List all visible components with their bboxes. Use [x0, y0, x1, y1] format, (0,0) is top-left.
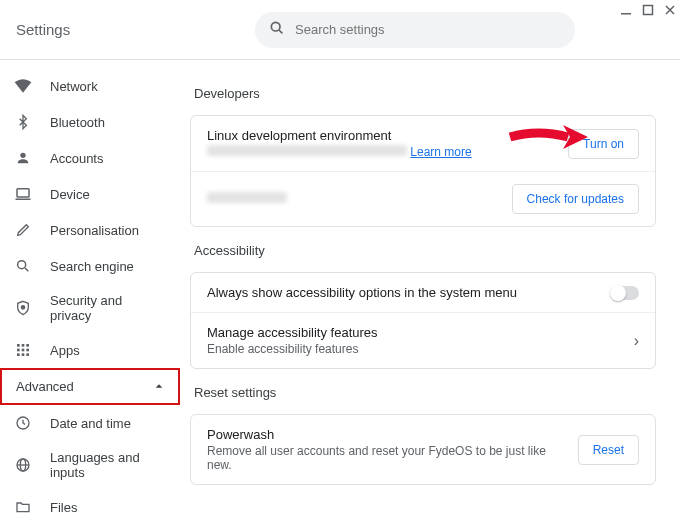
svg-point-7	[18, 261, 26, 269]
svg-rect-5	[17, 189, 29, 197]
powerwash-sub: Remove all user accounts and reset your …	[207, 444, 566, 472]
sidebar-item-security[interactable]: Security and privacy	[0, 284, 180, 332]
always-show-label: Always show accessibility options in the…	[207, 285, 599, 300]
laptop-icon	[14, 185, 32, 203]
sidebar-item-label: Network	[50, 79, 98, 94]
minimize-icon[interactable]	[620, 4, 632, 16]
person-icon	[14, 149, 32, 167]
svg-point-4	[20, 153, 25, 158]
powerwash-title: Powerwash	[207, 427, 566, 442]
row-linux-dev-env: Linux development environment xxxxxxxxxx…	[191, 116, 655, 171]
sidebar-item-network[interactable]: Network	[0, 68, 180, 104]
sidebar-item-accounts[interactable]: Accounts	[0, 140, 180, 176]
manage-a11y-title: Manage accessibility features	[207, 325, 622, 340]
always-show-toggle[interactable]	[611, 286, 639, 300]
section-heading-developers: Developers	[194, 86, 656, 101]
sidebar-item-label: Files	[50, 500, 77, 515]
page-title: Settings	[16, 21, 166, 38]
redacted-text: xxxxxxxxxxxxxxxxxxxxxxxxxxxxxx	[207, 145, 407, 156]
sidebar-item-label: Device	[50, 187, 90, 202]
svg-rect-18	[26, 353, 29, 356]
sidebar-item-label: Accounts	[50, 151, 103, 166]
svg-line-8	[25, 268, 28, 271]
svg-rect-12	[26, 344, 29, 347]
sidebar-item-apps[interactable]: Apps	[0, 332, 180, 368]
chevron-right-icon: ›	[634, 332, 639, 350]
sidebar-item-label: Bluetooth	[50, 115, 105, 130]
globe-icon	[14, 456, 32, 474]
row-always-show-a11y[interactable]: Always show accessibility options in the…	[191, 273, 655, 312]
svg-rect-10	[17, 344, 20, 347]
svg-rect-1	[644, 6, 653, 15]
wifi-icon	[14, 77, 32, 95]
bluetooth-icon	[14, 113, 32, 131]
pen-icon	[14, 221, 32, 239]
svg-rect-15	[26, 349, 29, 352]
close-icon[interactable]	[664, 4, 676, 16]
sidebar-item-device[interactable]: Device	[0, 176, 180, 212]
check-updates-button[interactable]: Check for updates	[512, 184, 639, 214]
search-input[interactable]	[295, 22, 561, 37]
redacted-text: xxxxxxxxx	[207, 192, 287, 203]
svg-line-3	[279, 30, 282, 33]
sidebar-item-label: Search engine	[50, 259, 134, 274]
svg-rect-0	[621, 13, 631, 15]
sidebar-item-search-engine[interactable]: Search engine	[0, 248, 180, 284]
search-icon	[269, 20, 285, 39]
sidebar-item-label: Date and time	[50, 416, 131, 431]
linux-title: Linux development environment	[207, 128, 556, 143]
svg-rect-11	[22, 344, 25, 347]
svg-rect-17	[22, 353, 25, 356]
row-powerwash: Powerwash Remove all user accounts and r…	[191, 415, 655, 484]
sidebar-item-date-time[interactable]: Date and time	[0, 405, 180, 441]
sidebar-item-personalisation[interactable]: Personalisation	[0, 212, 180, 248]
sidebar-item-label: Languages and inputs	[50, 450, 166, 480]
svg-rect-14	[22, 349, 25, 352]
sidebar-item-label: Apps	[50, 343, 80, 358]
shield-icon	[14, 299, 32, 317]
turn-on-button[interactable]: Turn on	[568, 129, 639, 159]
reset-button[interactable]: Reset	[578, 435, 639, 465]
row-manage-a11y[interactable]: Manage accessibility features Enable acc…	[191, 312, 655, 368]
section-heading-accessibility: Accessibility	[194, 243, 656, 258]
chevron-up-icon	[154, 379, 164, 394]
svg-point-9	[21, 306, 24, 309]
search-container[interactable]	[255, 12, 575, 48]
apps-icon	[14, 341, 32, 359]
svg-point-2	[271, 22, 280, 31]
learn-more-link[interactable]: Learn more	[410, 145, 471, 159]
sidebar-item-bluetooth[interactable]: Bluetooth	[0, 104, 180, 140]
maximize-icon[interactable]	[642, 4, 654, 16]
magnify-icon	[14, 257, 32, 275]
sidebar-item-label: Security and privacy	[50, 293, 166, 323]
folder-icon	[14, 498, 32, 516]
svg-rect-13	[17, 349, 20, 352]
content-area: Developers Linux development environment…	[180, 60, 680, 523]
sidebar-advanced-toggle[interactable]: Advanced	[0, 368, 180, 405]
clock-icon	[14, 414, 32, 432]
section-heading-reset: Reset settings	[194, 385, 656, 400]
sidebar-advanced-label: Advanced	[16, 379, 74, 394]
manage-a11y-sub: Enable accessibility features	[207, 342, 622, 356]
svg-rect-16	[17, 353, 20, 356]
sidebar: Network Bluetooth Accounts Device Person…	[0, 60, 180, 523]
sidebar-item-label: Personalisation	[50, 223, 139, 238]
sidebar-item-files[interactable]: Files	[0, 489, 180, 523]
row-check-updates: xxxxxxxxx Check for updates	[191, 171, 655, 226]
sidebar-item-languages[interactable]: Languages and inputs	[0, 441, 180, 489]
